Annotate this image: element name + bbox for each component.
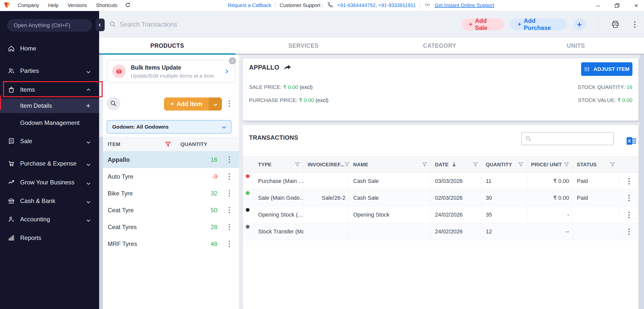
item-row-mrf-tyres[interactable]: MRF Tyres 48: [103, 235, 239, 252]
items-panel-kebab-menu[interactable]: [229, 100, 230, 107]
chevron-down-icon: [213, 102, 217, 106]
row-kebab-menu[interactable]: [628, 229, 630, 235]
filter-icon[interactable]: [610, 162, 615, 167]
row-kebab-menu[interactable]: [229, 207, 230, 213]
item-filter-icon[interactable]: [165, 141, 171, 147]
transactions-toolbar: + Add Sale + Add Purchase +: [99, 11, 644, 38]
add-item-plus-icon[interactable]: +: [86, 101, 91, 110]
tab-units[interactable]: UNITS: [508, 38, 644, 54]
sidebar-item-godown-management[interactable]: Godown Management: [0, 116, 99, 130]
godown-filter-dropdown[interactable]: Godown: All Godowns: [107, 120, 231, 134]
column-status[interactable]: STATUS: [573, 157, 619, 173]
menu-company[interactable]: Company: [18, 3, 39, 8]
column-invoice[interactable]: INVOICE/REF...: [304, 157, 349, 173]
bulk-items-update-card[interactable]: Bulk Items Update Update/Edit multiple i…: [107, 60, 235, 83]
sidebar-item-item-details[interactable]: Item Details +: [0, 98, 99, 113]
online-support-link[interactable]: Get Instant Online Support: [435, 3, 494, 8]
sidebar-item-items[interactable]: Items: [0, 83, 99, 96]
tab-services[interactable]: SERVICES: [235, 38, 372, 54]
column-type[interactable]: TYPE: [254, 157, 304, 173]
adjust-item-button[interactable]: ADJUST ITEM: [581, 62, 632, 76]
item-row-appallo[interactable]: Appallo 16: [103, 151, 239, 168]
bulk-card-subtitle: Update/Edit multiple items at a time.: [131, 73, 215, 79]
sort-desc-icon[interactable]: [452, 162, 457, 168]
row-kebab-menu[interactable]: [628, 195, 630, 201]
chevron-right-icon[interactable]: [225, 69, 228, 74]
restore-button[interactable]: [615, 3, 619, 8]
export-excel-icon[interactable]: [626, 136, 637, 146]
print-icon[interactable]: [611, 20, 620, 28]
sidebar-item-cash-bank[interactable]: Cash & Bank: [0, 195, 99, 207]
transaction-row[interactable]: Opening Stock (… Opening Stock 24/02/202…: [243, 207, 638, 223]
support-phone-numbers[interactable]: +91-6364444752, +91-9333911911: [337, 3, 416, 8]
stock-value-line: STOCK VALUE: ₹ 0.00: [578, 97, 632, 103]
transactions-card: TRANSACTIONS TYPE INVOICE/REF...: [243, 125, 638, 309]
sidebar-item-sale[interactable]: Sale: [0, 135, 99, 147]
toolbar-kebab-menu[interactable]: [634, 21, 635, 28]
item-row-bike-tyre[interactable]: Bike Tyre 32: [103, 185, 239, 202]
chevron-down-icon: [87, 67, 90, 74]
sidebar-item-purchase-expense[interactable]: Purchase & Expense: [0, 157, 99, 170]
item-tabs: PRODUCTS SERVICES CATEGORY UNITS: [99, 38, 644, 55]
add-purchase-button[interactable]: + Add Purchase: [510, 18, 567, 30]
items-list-scrollbar[interactable]: [99, 137, 103, 309]
transaction-row[interactable]: Purchase (Main … Cash Sale 03/03/2026 11…: [243, 173, 638, 190]
share-item-icon[interactable]: [284, 64, 291, 71]
sidebar-collapse-button[interactable]: [96, 19, 105, 31]
column-quantity[interactable]: QUANTITY: [180, 141, 207, 147]
sliders-icon: [584, 66, 590, 72]
row-kebab-menu[interactable]: [229, 224, 230, 230]
add-sale-button[interactable]: + Add Sale: [461, 18, 504, 30]
row-kebab-menu[interactable]: [229, 241, 230, 247]
filter-icon[interactable]: [344, 162, 349, 167]
tab-category[interactable]: CATEGORY: [372, 38, 508, 54]
column-price-unit[interactable]: PRICE/ UNIT: [527, 157, 573, 173]
column-item[interactable]: ITEM: [108, 141, 120, 147]
sidebar-item-parties[interactable]: Parties: [0, 65, 99, 77]
item-row-ceat-tyres[interactable]: Ceat Tyres 28: [103, 219, 239, 235]
close-button[interactable]: ×: [632, 2, 640, 9]
item-detail-card: APPALLO ADJUST ITEM SALE PRICE: ₹ 0.00 (…: [243, 58, 638, 121]
sidebar-item-home[interactable]: Home: [0, 42, 99, 55]
filter-icon[interactable]: [564, 162, 569, 167]
filter-icon[interactable]: [422, 162, 427, 167]
sidebar-item-reports[interactable]: Reports: [0, 232, 99, 244]
row-kebab-menu[interactable]: [229, 190, 230, 196]
menu-help[interactable]: Help: [48, 3, 59, 8]
filter-icon[interactable]: [473, 162, 478, 167]
sidebar-item-grow-your-business[interactable]: Grow Your Business: [0, 176, 99, 189]
sidebar-item-accounting[interactable]: ₹ Accounting: [0, 213, 99, 226]
bulk-card-close-icon[interactable]: ×: [229, 57, 236, 64]
column-name[interactable]: NAME: [349, 157, 431, 173]
item-row-auto-tyre[interactable]: Auto Tyre -9: [103, 168, 239, 185]
column-date[interactable]: DATE: [431, 157, 482, 173]
sale-price-value: ₹ 0.00: [283, 84, 298, 90]
transaction-row[interactable]: Sale (Main Godo… Sale/26-2 Cash Sale 02/…: [243, 190, 638, 207]
filter-icon[interactable]: [295, 162, 300, 167]
refresh-icon[interactable]: [125, 2, 131, 9]
minimize-button[interactable]: –: [594, 2, 602, 9]
item-row-ceat-tyre[interactable]: Ceat Tyre 50: [103, 202, 239, 219]
page-scrollbar[interactable]: [639, 55, 644, 309]
quick-add-button[interactable]: +: [573, 18, 586, 31]
request-callback-link[interactable]: Request a Callback: [228, 3, 271, 8]
transactions-search-input[interactable]: [532, 133, 613, 145]
add-item-dropdown-button[interactable]: [209, 97, 222, 111]
item-search-button[interactable]: [107, 97, 120, 110]
open-anything-input[interactable]: [7, 19, 92, 32]
row-kebab-menu[interactable]: [628, 212, 630, 218]
filter-icon[interactable]: [518, 162, 523, 167]
transaction-row[interactable]: Stock Transfer (Ma 24/02/2026 12 --: [243, 223, 638, 240]
menu-shortcuts[interactable]: Shortcuts: [96, 3, 117, 8]
row-kebab-menu[interactable]: [628, 178, 630, 184]
column-quantity[interactable]: QUANTITY: [482, 157, 527, 173]
tab-products[interactable]: PRODUCTS: [99, 38, 235, 54]
parties-icon: [8, 67, 15, 75]
row-kebab-menu[interactable]: [229, 157, 230, 163]
status-dot-purchase: [246, 174, 250, 178]
search-transactions-input[interactable]: [120, 21, 271, 28]
add-item-button[interactable]: + Add Item: [164, 97, 222, 111]
menu-versions[interactable]: Versions: [68, 3, 87, 8]
row-kebab-menu[interactable]: [229, 173, 230, 180]
chevron-down-icon: [87, 160, 90, 167]
